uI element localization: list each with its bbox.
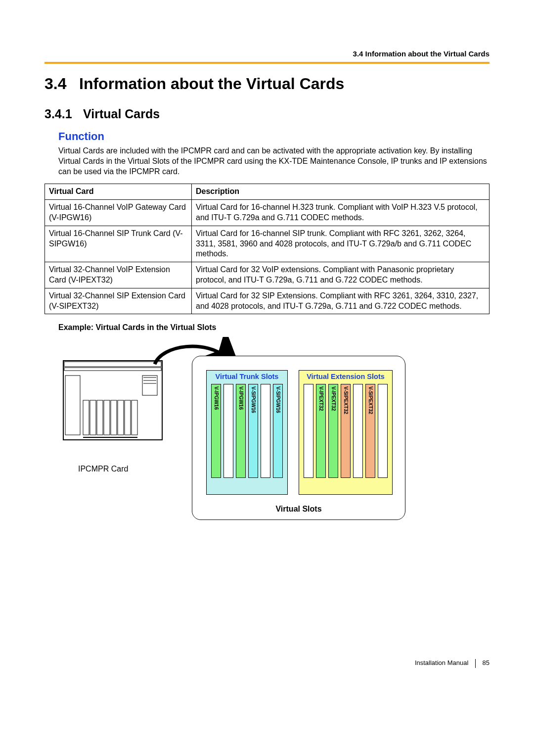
virtual-cards-table: Virtual Card Description Virtual 16-Chan…: [44, 184, 490, 314]
svg-rect-8: [111, 400, 117, 435]
footer-manual: Installation Manual: [415, 659, 468, 666]
diagram: IPCMPR Card Virtual Trunk Slots V-IPGW16: [58, 341, 490, 539]
footer-page-number: 85: [483, 659, 490, 666]
vcard-ext: V-SIPEXT32: [365, 384, 375, 478]
section-heading: 3.4Information about the Virtual Cards: [44, 75, 490, 93]
section-title-text: Information about the Virtual Cards: [79, 75, 344, 93]
virtual-slots-box: Virtual Trunk Slots V-IPGW16 V-IPGW16 V-…: [192, 356, 405, 520]
svg-rect-4: [83, 400, 89, 435]
virtual-slots-label: Virtual Slots: [192, 505, 405, 514]
vcard-ext-empty: [304, 384, 313, 478]
svg-rect-7: [104, 400, 110, 435]
table-cell-desc: Virtual Card for 16-channel SIP trunk. C…: [192, 226, 490, 262]
vcard-trunk: V-IPGW16: [211, 384, 221, 478]
table-cell-card: Virtual 32-Channel VoIP Extension Card (…: [45, 262, 192, 288]
vcard-ext-empty: [378, 384, 388, 478]
table-row: Virtual 16-Channel VoIP Gateway Card (V-…: [45, 200, 490, 226]
table-header-card: Virtual Card: [45, 184, 192, 200]
function-heading: Function: [58, 130, 490, 143]
table-cell-desc: Virtual Card for 16-channel H.323 trunk.…: [192, 200, 490, 226]
table-row: Virtual 32-Channel VoIP Extension Card (…: [45, 262, 490, 288]
virtual-trunk-slots-group: Virtual Trunk Slots V-IPGW16 V-IPGW16 V-…: [206, 370, 288, 495]
header-breadcrumb: 3.4 Information about the Virtual Cards: [44, 49, 490, 58]
svg-rect-3: [65, 376, 80, 435]
table-header-row: Virtual Card Description: [45, 184, 490, 200]
vcard-trunk: V-SIPGW16: [273, 384, 283, 478]
table-cell-desc: Virtual Card for 32 SIP Extensions. Comp…: [192, 288, 490, 314]
table-cell-desc: Virtual Card for 32 VoIP extensions. Com…: [192, 262, 490, 288]
svg-rect-11: [132, 400, 137, 435]
table-row: Virtual 32-Channel SIP Extension Card (V…: [45, 288, 490, 314]
vcard-trunk: V-IPGW16: [236, 384, 246, 478]
vcard-ext: V-IPEXT32: [316, 384, 326, 478]
virtual-extension-slots-group: Virtual Extension Slots V-IPEXT32 V-IPEX…: [299, 370, 393, 495]
svg-rect-6: [97, 400, 103, 435]
svg-rect-12: [142, 376, 157, 395]
vcard-ext: V-SIPEXT32: [341, 384, 351, 478]
table-cell-card: Virtual 16-Channel VoIP Gateway Card (V-…: [45, 200, 192, 226]
svg-rect-9: [118, 400, 124, 435]
subsection-heading: 3.4.1Virtual Cards: [44, 107, 490, 121]
example-title: Example: Virtual Cards in the Virtual Sl…: [58, 323, 490, 332]
ext-group-title: Virtual Extension Slots: [299, 371, 392, 384]
page: 3.4 Information about the Virtual Cards …: [0, 0, 534, 693]
subsection-title-text: Virtual Cards: [83, 107, 160, 121]
vcard-trunk: V-SIPGW16: [248, 384, 258, 478]
subsection-number: 3.4.1: [44, 107, 83, 121]
svg-rect-5: [90, 400, 96, 435]
ipcmpr-label: IPCMPR Card: [78, 465, 128, 473]
section-number: 3.4: [44, 75, 79, 93]
vcard-ext: V-IPEXT32: [328, 384, 338, 478]
page-footer: Installation Manual 85: [415, 659, 490, 668]
svg-rect-10: [125, 400, 131, 435]
trunk-group-title: Virtual Trunk Slots: [207, 371, 287, 384]
footer-divider-icon: [475, 659, 476, 668]
function-intro: Virtual Cards are included with the IPCM…: [58, 146, 490, 177]
vcard-ext-empty: [353, 384, 363, 478]
table-cell-card: Virtual 16-Channel SIP Trunk Card (V-SIP…: [45, 226, 192, 262]
table-header-desc: Description: [192, 184, 490, 200]
header-rule: [44, 62, 490, 64]
table-row: Virtual 16-Channel SIP Trunk Card (V-SIP…: [45, 226, 490, 262]
vcard-trunk-empty: [223, 384, 233, 478]
table-cell-card: Virtual 32-Channel SIP Extension Card (V…: [45, 288, 192, 314]
vcard-trunk-empty: [261, 384, 270, 478]
